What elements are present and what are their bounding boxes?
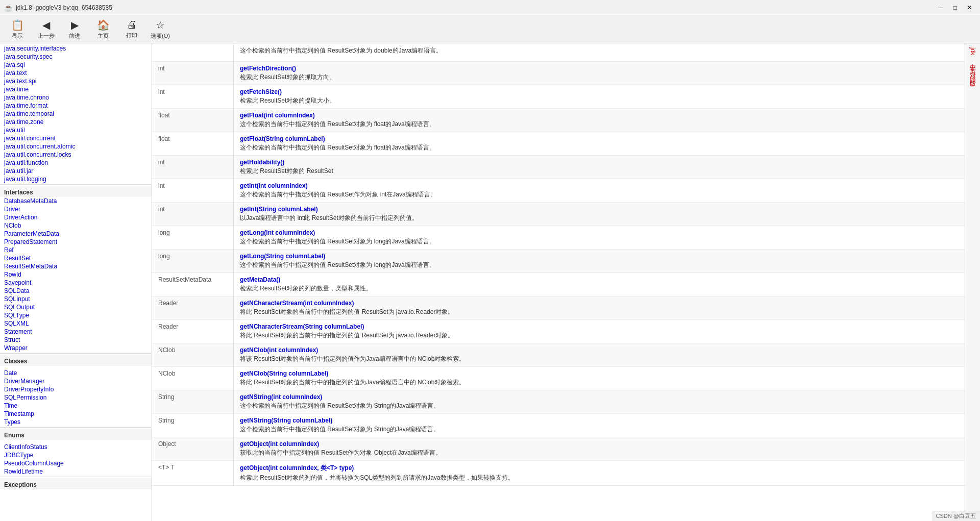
method-name[interactable]: getNClob(int columnIndex) xyxy=(240,346,959,354)
sidebar-item-Driver[interactable]: Driver xyxy=(0,205,152,213)
sidebar-item-java-time-temporal[interactable]: java.time.temporal xyxy=(0,110,152,118)
sidebar-item-ResultSetMetaData[interactable]: ResultSetMetaData xyxy=(0,262,152,270)
sidebar-item-Statement[interactable]: Statement xyxy=(0,328,152,336)
sidebar-item-java-util-concurrent-locks[interactable]: java.util.concurrent.locks xyxy=(0,151,152,159)
top-description: 这个检索的当前行中指定列的值 ResultSet对象为 double的Java编… xyxy=(240,47,442,54)
sidebar-item-Time[interactable]: Time xyxy=(0,402,152,410)
method-name[interactable]: getFetchSize() xyxy=(240,88,959,95)
method-desc: 将此 ResultSet对象的当前行中的指定列的值为Java编程语言中的 NCl… xyxy=(240,378,959,387)
sidebar-item-DriverAction[interactable]: DriverAction xyxy=(0,213,152,221)
toolbar-home[interactable]: 🏠 主页 xyxy=(90,17,116,41)
toolbar-back[interactable]: ◀ 上一步 xyxy=(33,17,59,41)
method-name[interactable]: getNCharacterStream(int columnIndex) xyxy=(240,300,959,307)
sidebar: java.security.interfaces java.security.s… xyxy=(0,43,152,521)
sidebar-item-SQLPermission[interactable]: SQLPermission xyxy=(0,393,152,402)
col-desc: getNCharacterStream(int columnIndex) 将此 … xyxy=(234,296,965,319)
sidebar-item-java-util-concurrent-atomic[interactable]: java.util.concurrent.atomic xyxy=(0,142,152,151)
method-name[interactable]: getObject(int columnIndex) xyxy=(240,440,959,448)
method-name[interactable]: getFloat(int columnIndex) xyxy=(240,112,959,119)
method-name[interactable]: getLong(int columnIndex) xyxy=(240,229,959,236)
col-desc: getFloat(String columnLabel) 这个检索的当前行中指定… xyxy=(234,132,965,155)
sidebar-item-SQLOutput[interactable]: SQLOutput xyxy=(0,303,152,311)
content-area[interactable]: 这个检索的当前行中指定列的值 ResultSet对象为 double的Java编… xyxy=(152,43,965,521)
method-desc: 检索此 ResultSet对象的 ResultSet xyxy=(240,167,959,176)
sidebar-item-JDBCType[interactable]: JDBCType xyxy=(0,451,152,459)
sidebar-item-Date[interactable]: Date xyxy=(0,369,152,377)
method-name[interactable]: getNCharacterStream(String columnLabel) xyxy=(240,323,959,330)
method-name[interactable]: getNClob(String columnLabel) xyxy=(240,370,959,377)
sidebar-content[interactable]: java.security.interfaces java.security.s… xyxy=(0,43,152,521)
sidebar-item-java-util-jar[interactable]: java.util.jar xyxy=(0,167,152,175)
sidebar-item-ParameterMetaData[interactable]: ParameterMetaData xyxy=(0,230,152,238)
toolbar-options[interactable]: ☆ 选项(O) xyxy=(147,17,174,41)
method-desc: 检索此 ResultSet对象的提取大小。 xyxy=(240,96,959,105)
right-panel-zh[interactable]: 中 xyxy=(967,57,978,61)
sidebar-item-Savepoint[interactable]: Savepoint xyxy=(0,279,152,287)
sidebar-item-Wrapper[interactable]: Wrapper xyxy=(0,344,152,352)
method-name[interactable]: getNString(String columnLabel) xyxy=(240,417,959,424)
sidebar-item-Types[interactable]: Types xyxy=(0,418,152,426)
table-row: int getFetchSize() 检索此 ResultSet对象的提取大小。 xyxy=(152,85,965,109)
titlebar-left: ☕ jdk1.8_googleV3 by:qq_654638585 xyxy=(4,4,112,12)
toolbar-print[interactable]: 🖨 打印 xyxy=(118,17,145,41)
sidebar-item-DriverPropertyInfo[interactable]: DriverPropertyInfo xyxy=(0,385,152,393)
col-type: int xyxy=(152,62,234,85)
right-panel-version[interactable]: 版 xyxy=(967,73,978,78)
sidebar-item-SQLData[interactable]: SQLData xyxy=(0,287,152,295)
right-panel-jdk[interactable]: jdk xyxy=(968,45,977,57)
sidebar-item-java-util[interactable]: java.util xyxy=(0,126,152,134)
sidebar-item-java-security-interfaces[interactable]: java.security.interfaces xyxy=(0,44,152,53)
method-name[interactable]: getFetchDirection() xyxy=(240,65,959,72)
sidebar-item-Struct[interactable]: Struct xyxy=(0,336,152,344)
status-text: CSDN @白豆五 xyxy=(936,512,976,520)
sidebar-item-SQLInput[interactable]: SQLInput xyxy=(0,295,152,303)
col-type: Reader xyxy=(152,296,234,319)
close-button[interactable]: ✕ xyxy=(963,3,976,13)
toolbar-display[interactable]: 📋 显示 xyxy=(4,17,31,41)
right-panel-en[interactable]: 英 xyxy=(967,61,978,65)
sidebar-item-java-util-function[interactable]: java.util.function xyxy=(0,159,152,167)
app-icon: ☕ xyxy=(4,4,13,12)
method-name[interactable]: getObject(int columnIndex, 类<T> type) xyxy=(240,464,959,473)
table-row: Reader getNCharacterStream(int columnInd… xyxy=(152,296,965,320)
sidebar-item-ResultSet[interactable]: ResultSet xyxy=(0,254,152,262)
sidebar-item-java-text[interactable]: java.text xyxy=(0,69,152,77)
sidebar-item-java-time[interactable]: java.time xyxy=(0,85,152,93)
sidebar-item-java-util-concurrent[interactable]: java.util.concurrent xyxy=(0,134,152,142)
right-panel-compare[interactable]: 对 xyxy=(967,65,978,69)
sidebar-item-Ref[interactable]: Ref xyxy=(0,246,152,254)
col-desc: getInt(String columnLabel) 以Java编程语言中的 i… xyxy=(234,203,965,226)
sidebar-item-PseudoColumnUsage[interactable]: PseudoColumnUsage xyxy=(0,459,152,467)
sidebar-item-java-sql[interactable]: java.sql xyxy=(0,61,152,69)
sidebar-item-NClob[interactable]: NClob xyxy=(0,221,152,230)
method-name[interactable]: getLong(String columnLabel) xyxy=(240,253,959,260)
method-name[interactable]: getMetaData() xyxy=(240,276,959,283)
sidebar-item-ClientInfoStatus[interactable]: ClientInfoStatus xyxy=(0,443,152,451)
sidebar-item-DatabaseMetaData[interactable]: DatabaseMetaData xyxy=(0,197,152,205)
sidebar-item-SQLType[interactable]: SQLType xyxy=(0,311,152,319)
sidebar-item-DriverManager[interactable]: DriverManager xyxy=(0,377,152,385)
minimize-button[interactable]: ─ xyxy=(934,3,947,13)
sidebar-item-java-time-chrono[interactable]: java.time.chrono xyxy=(0,93,152,102)
sidebar-item-java-util-logging[interactable]: java.util.logging xyxy=(0,175,152,183)
sidebar-item-java-time-zone[interactable]: java.time.zone xyxy=(0,118,152,126)
table-row: int getFetchDirection() 检索此 ResultSet对象的… xyxy=(152,62,965,85)
sidebar-item-PreparedStatement[interactable]: PreparedStatement xyxy=(0,238,152,246)
sidebar-item-RowId[interactable]: RowId xyxy=(0,270,152,279)
method-name[interactable]: getInt(int columnIndex) xyxy=(240,182,959,189)
sidebar-item-RowIdLifetime[interactable]: RowIdLifetime xyxy=(0,467,152,476)
toolbar-forward[interactable]: ▶ 前进 xyxy=(61,17,88,41)
method-name[interactable]: getFloat(String columnLabel) xyxy=(240,135,959,142)
method-desc: 这个检索的当前行中指定列的值 ResultSet作为对象 int在Java编程语… xyxy=(240,190,959,199)
sidebar-item-SQLXML[interactable]: SQLXML xyxy=(0,319,152,328)
restore-button[interactable]: □ xyxy=(948,3,962,13)
sidebar-item-java-time-format[interactable]: java.time.format xyxy=(0,102,152,110)
method-name[interactable]: getHoldability() xyxy=(240,159,959,166)
method-name[interactable]: getInt(String columnLabel) xyxy=(240,206,959,213)
sidebar-item-Timestamp[interactable]: Timestamp xyxy=(0,410,152,418)
sidebar-item-java-security-spec[interactable]: java.security.spec xyxy=(0,53,152,61)
right-panel-compare2[interactable]: 照 xyxy=(967,69,978,73)
col-type: ResultSetMetaData xyxy=(152,273,234,296)
sidebar-item-java-text-spi[interactable]: java.text.spi xyxy=(0,77,152,85)
method-name[interactable]: getNString(int columnIndex) xyxy=(240,393,959,401)
